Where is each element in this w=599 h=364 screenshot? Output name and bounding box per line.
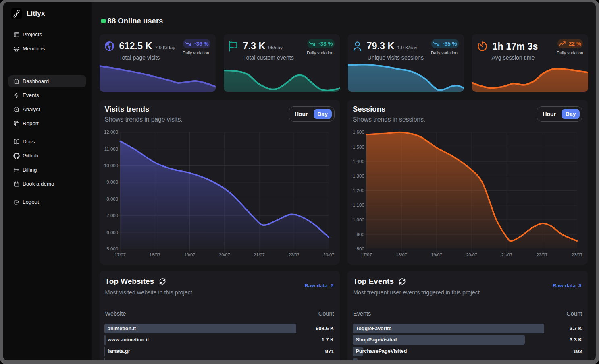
svg-text:20/07: 20/07: [466, 252, 477, 257]
svg-text:9.000: 9.000: [106, 180, 118, 184]
svg-text:23/07: 23/07: [572, 252, 583, 257]
svg-text:1.100: 1.100: [353, 203, 364, 207]
svg-text:1.600: 1.600: [353, 130, 364, 134]
svg-text:900: 900: [357, 232, 364, 236]
svg-text:7.000: 7.000: [106, 213, 118, 218]
svg-text:5.000: 5.000: [106, 246, 118, 251]
svg-text:17/07: 17/07: [361, 252, 372, 257]
svg-text:1.500: 1.500: [353, 144, 364, 149]
svg-text:ai: ai: [16, 108, 18, 111]
svg-text:8.000: 8.000: [106, 196, 118, 201]
svg-text:22/07: 22/07: [537, 252, 548, 257]
svg-text:12.000: 12.000: [104, 130, 118, 134]
svg-text:21/07: 21/07: [501, 252, 513, 257]
svg-text:1.200: 1.200: [353, 188, 364, 193]
svg-text:1.300: 1.300: [353, 173, 364, 178]
svg-text:18/07: 18/07: [396, 252, 407, 257]
svg-text:18/07: 18/07: [149, 252, 160, 257]
svg-text:1.400: 1.400: [353, 159, 364, 163]
svg-text:19/07: 19/07: [431, 252, 442, 257]
svg-text:23/07: 23/07: [323, 252, 334, 257]
svg-text:21/07: 21/07: [254, 252, 265, 257]
svg-text:19/07: 19/07: [184, 252, 195, 257]
svg-text:800: 800: [357, 246, 364, 251]
svg-text:1.000: 1.000: [353, 217, 364, 222]
svg-text:10.000: 10.000: [104, 163, 118, 168]
svg-text:20/07: 20/07: [219, 252, 230, 257]
svg-text:11.000: 11.000: [104, 146, 118, 151]
svg-text:6.000: 6.000: [106, 230, 118, 234]
svg-text:17/07: 17/07: [114, 252, 126, 257]
svg-text:22/07: 22/07: [288, 252, 300, 257]
